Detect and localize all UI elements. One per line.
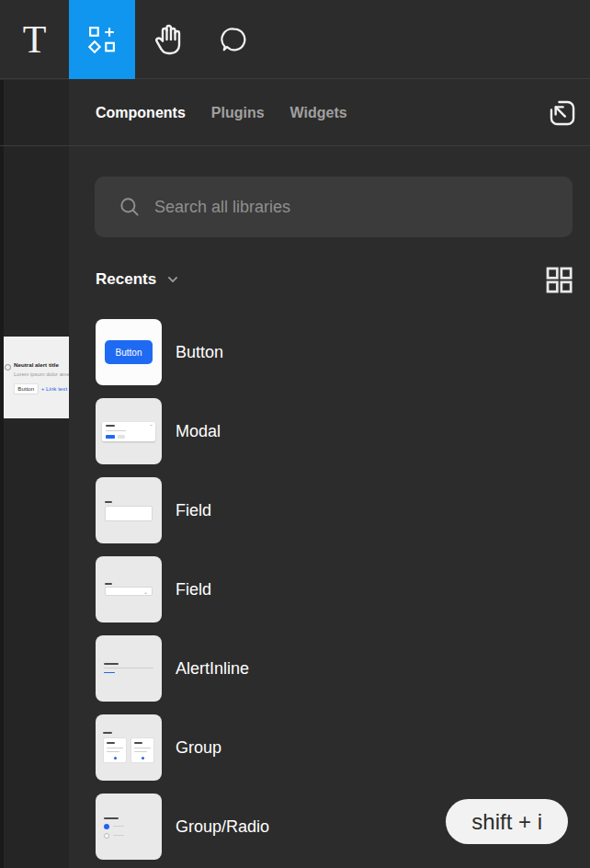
list-item-alertinline[interactable]: AlertInline [96, 635, 590, 702]
search-icon [118, 195, 142, 219]
search-input[interactable] [154, 198, 558, 217]
main-area: Neutral alert title Lorem ipsum dolor am… [0, 80, 590, 868]
text-icon: T [23, 20, 47, 59]
component-name: Field [176, 580, 211, 600]
comment-tool-button[interactable] [201, 0, 267, 79]
component-thumbnail-group-radio [96, 794, 162, 860]
component-thumbnail-field [96, 477, 162, 543]
alert-body: Lorem ipsum dolor amet consec [14, 371, 69, 377]
components-tool-button[interactable] [69, 0, 135, 79]
component-thumbnail-modal [96, 398, 162, 464]
list-item-field[interactable]: Field [96, 477, 590, 543]
mini-button-preview: Button [105, 340, 153, 364]
canvas-alert-component[interactable]: Neutral alert title Lorem ipsum dolor am… [4, 337, 69, 418]
component-name: AlertInline [176, 659, 249, 679]
component-name: Modal [176, 422, 221, 441]
component-name: Group/Radio [176, 817, 269, 837]
grid-view-icon [544, 265, 573, 294]
panel-tabs: Components Plugins Widgets [69, 80, 590, 145]
component-thumbnail-button: Button [96, 319, 162, 385]
canvas-edge [0, 80, 4, 868]
info-circle-icon [5, 364, 11, 371]
list-item-modal[interactable]: Modal [96, 398, 590, 464]
list-item-field-select[interactable]: ⌄ Field [96, 556, 590, 622]
canvas-area[interactable]: Neutral alert title Lorem ipsum dolor am… [0, 80, 69, 868]
toolbar: T [0, 0, 590, 79]
list-item-button[interactable]: Button Button [96, 319, 590, 385]
tab-widgets[interactable]: Widgets [290, 105, 347, 121]
tab-components[interactable]: Components [96, 105, 186, 121]
resources-panel: Components Plugins Widgets [69, 80, 590, 868]
tab-plugins[interactable]: Plugins [211, 105, 265, 121]
component-name: Button [176, 343, 223, 362]
component-thumbnail-field-select: ⌄ [96, 556, 162, 622]
open-library-button[interactable] [546, 97, 579, 130]
alert-actions: Button + Link text [14, 383, 67, 394]
component-name: Field [176, 501, 211, 520]
panel-divider [0, 145, 590, 146]
list-item-group[interactable]: Group [96, 714, 590, 781]
mini-select-caret: ⌄ [143, 588, 148, 595]
components-icon [88, 26, 116, 53]
hand-icon [152, 23, 185, 56]
components-list: Button Button Modal [69, 319, 590, 860]
component-thumbnail-group [96, 714, 162, 781]
shortcut-badge: shift + i [446, 799, 568, 844]
hand-tool-button[interactable] [135, 0, 201, 79]
alert-button: Button [14, 383, 39, 394]
grid-view-toggle[interactable] [541, 264, 576, 295]
recents-header: Recents [69, 264, 590, 295]
alert-link: + Link text [41, 385, 67, 392]
component-thumbnail-alertinline [96, 635, 162, 702]
recents-title[interactable]: Recents [96, 270, 156, 289]
text-tool-button[interactable]: T [0, 0, 69, 79]
component-name: Group [176, 738, 221, 758]
mini-modal-preview [102, 422, 155, 441]
comment-bubble-icon [220, 25, 249, 54]
arrow-up-left-box-icon [547, 97, 578, 129]
chevron-down-icon[interactable] [166, 273, 179, 286]
figma-window: T [0, 0, 590, 868]
alert-title: Neutral alert title [14, 361, 59, 368]
search-box[interactable] [95, 177, 573, 237]
